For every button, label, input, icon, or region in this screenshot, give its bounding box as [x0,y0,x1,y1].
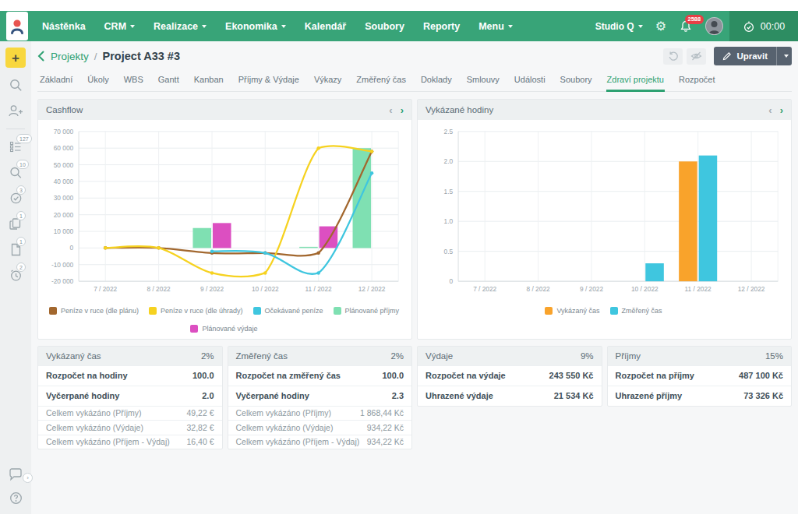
cashflow-title: Cashflow [46,105,83,115]
edit-dropdown-button[interactable] [776,47,792,65]
hours-title: Vykázané hodiny [425,105,493,115]
card-row: Celkem vykázáno (Výdaje)32,82 € [38,420,222,435]
search-button[interactable] [7,76,24,93]
card-row: Rozpočet na hodiny100.0 [38,365,222,386]
legend-item[interactable]: Peníze v ruce (dle úhrady) [149,307,243,315]
legend-item[interactable]: Plánované příjmy [334,307,400,315]
tab-zdravi-projektu[interactable]: Zdraví projektu [606,71,665,92]
hours-panel-header: Vykázané hodiny ‹ › [418,100,791,120]
app-window: Nástěnka CRM Realizace Ekonomika Kalendá… [0,11,798,514]
tab-rozpocet[interactable]: Rozpočet [678,71,715,92]
avatar[interactable] [705,17,723,35]
charts-row: Cashflow ‹ › -20 000-10 000010 00020 000… [37,99,792,340]
chevron-left-icon [37,51,44,62]
topbar-right: Studio Q ⚙ 2588 [595,11,723,41]
time-tracker[interactable]: 00:00 [729,11,798,41]
chat-bubble-icon [8,467,23,482]
svg-text:0: 0 [450,277,454,285]
svg-text:7 / 2022: 7 / 2022 [473,285,496,293]
tab-doklady[interactable]: Doklady [420,71,453,92]
legend-item[interactable]: Plánované výdaje [190,325,257,333]
svg-text:8 / 2022: 8 / 2022 [527,285,550,293]
card-zmereny-cas: Změřený čas 2% Rozpočet na změřený čas10… [228,346,413,450]
quick-add-button[interactable]: + [5,48,26,68]
tab-kanban[interactable]: Kanban [193,71,224,92]
card-row: Rozpočet na změřený čas100.0 [228,365,412,386]
cashflow-next-button[interactable]: › [401,104,404,116]
nav-soubory[interactable]: Soubory [365,21,404,32]
svg-text:0.5: 0.5 [444,248,454,255]
nav-kalendar[interactable]: Kalendář [305,21,347,32]
add-contact-button[interactable] [7,102,24,119]
svg-text:11 / 2022: 11 / 2022 [305,285,332,293]
hours-panel: Vykázané hodiny ‹ › 00.51.01.52.02.57 / … [417,99,792,340]
card-title: Příjmy [616,351,641,361]
settings-gear-icon[interactable]: ⚙ [655,20,666,33]
nav-reporty[interactable]: Reporty [423,21,460,32]
card-header: Vykázaný čas 2% [38,347,222,365]
notifications-bell[interactable]: 2588 [679,19,693,33]
tab-soubory[interactable]: Soubory [560,71,593,92]
card-row: Uhrazené příjmy73 326 Kč [608,386,792,406]
hours-next-button[interactable]: › [780,104,783,116]
sidebar-expand-toggle[interactable]: › [23,473,33,483]
activity-feed-button[interactable]: 127 [7,138,24,155]
tab-prijmy-vydaje[interactable]: Příjmy & Výdaje [238,71,300,92]
cashflow-chart-area: -20 000-10 000010 00020 00030 00040 0005… [38,120,411,339]
svg-text:10 / 2022: 10 / 2022 [252,285,279,293]
card-vykazany-cas: Vykázaný čas 2% Rozpočet na hodiny100.0 … [37,346,223,450]
main-nav: Nástěnka CRM Realizace Ekonomika Kalendá… [42,21,513,32]
legend-item[interactable]: Očekávané peníze [253,307,323,315]
svg-text:7 / 2022: 7 / 2022 [94,285,117,293]
tab-udalosti[interactable]: Události [514,71,546,92]
chat-button[interactable] [7,466,24,483]
legend-item[interactable]: Peníze v ruce (dle plánu) [49,307,139,315]
card-vydaje: Výdaje 9% Rozpočet na výdaje243 550 Kč U… [417,346,602,407]
help-button[interactable] [7,489,24,506]
tab-vykazy[interactable]: Výkazy [313,71,342,92]
cashflow-prev-button[interactable]: ‹ [389,104,392,116]
card-row: Rozpočet na příjmy487 100 Kč [608,365,792,386]
svg-text:20 000: 20 000 [54,211,74,219]
svg-text:1.0: 1.0 [444,217,454,225]
edit-button[interactable]: Upravit [714,47,776,65]
card-row: Celkem vykázáno (Příjmy)49,22 € [38,406,222,421]
main-content: Projekty / Project A33 #3 [31,41,798,514]
nav-ekonomika[interactable]: Ekonomika [225,21,286,32]
nav-realizace[interactable]: Realizace [154,21,207,32]
workspace-selector[interactable]: Studio Q [595,21,643,32]
reminders-button[interactable]: 2 [7,266,24,284]
legend-item[interactable]: Vykázaný čas [545,307,599,315]
tab-wbs[interactable]: WBS [123,71,144,92]
time-approval-button[interactable]: 3 [7,189,24,206]
legend-item[interactable]: Změřený čas [610,307,662,315]
saved-search-button[interactable]: 10 [7,164,24,181]
breadcrumb-projects-link[interactable]: Projekty [51,51,89,62]
document-button[interactable]: 1 [7,241,24,258]
watch-button[interactable] [687,48,706,65]
hours-chart: 00.51.01.52.02.57 / 20228 / 20229 / 2022… [420,124,787,305]
nav-crm[interactable]: CRM [104,21,135,32]
hours-prev-button[interactable]: ‹ [768,104,772,116]
card-header: Změřený čas 2% [228,347,412,365]
documents-button[interactable]: 1 [7,215,24,232]
svg-text:70 000: 70 000 [54,128,74,136]
nav-menu[interactable]: Menu [478,21,513,32]
tab-gantt[interactable]: Gantt [157,71,180,92]
tab-zakladni[interactable]: Základní [39,71,73,92]
history-button[interactable] [663,48,683,65]
svg-text:11 / 2022: 11 / 2022 [685,285,711,293]
tab-zmereny-cas[interactable]: Změřený čas [355,71,407,92]
svg-text:12 / 2022: 12 / 2022 [358,285,386,293]
svg-text:-10 000: -10 000 [51,261,74,269]
app-logo[interactable] [6,12,28,41]
svg-text:60 000: 60 000 [54,144,74,152]
tab-smlouvy[interactable]: Smlouvy [466,71,500,92]
card-percent: 9% [581,351,594,361]
tab-ukoly[interactable]: Úkoly [87,71,110,92]
card-header: Výdaje 9% [418,347,602,365]
nav-nastenka[interactable]: Nástěnka [42,21,86,32]
chevron-down-icon [638,25,643,28]
notification-badge: 2588 [685,15,704,24]
back-button[interactable] [37,51,44,62]
